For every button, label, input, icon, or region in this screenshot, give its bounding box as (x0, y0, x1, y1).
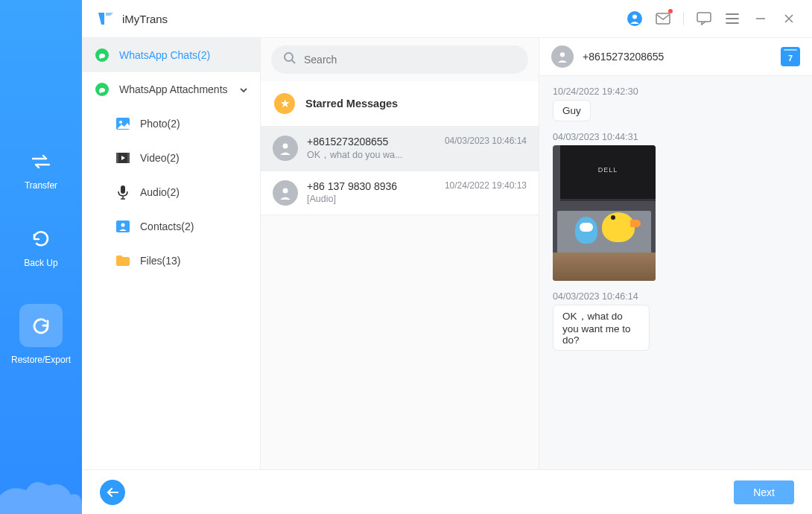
chat-list-panel: ★ Starred Messages +8615273208655 OK，wha… (261, 38, 539, 469)
message-timestamp: 10/24/2022 19:42:30 (553, 86, 799, 97)
svg-point-16 (283, 188, 288, 194)
svg-rect-11 (121, 185, 125, 194)
avatar (273, 136, 298, 161)
chat-preview: OK，what do you wa... (307, 149, 436, 162)
footer: Next (82, 469, 812, 514)
restore-icon (28, 313, 54, 338)
svg-point-14 (285, 53, 293, 61)
files-icon (115, 253, 131, 269)
audio-icon (115, 184, 131, 200)
svg-point-15 (283, 144, 288, 149)
star-icon: ★ (274, 93, 295, 114)
svg-point-17 (560, 52, 565, 57)
calendar-button[interactable]: 7 (781, 47, 800, 66)
nav-transfer[interactable]: Transfer (25, 149, 57, 191)
main-area: iMyTrans (82, 0, 812, 514)
svg-rect-2 (656, 13, 670, 24)
cat-video[interactable]: Video(2) (82, 141, 260, 175)
cat-label: Photo(2) (140, 118, 180, 130)
conversation-panel: +8615273208655 7 10/24/2022 19:42:30 Guy… (539, 38, 812, 469)
video-icon (115, 150, 131, 166)
starred-label: Starred Messages (305, 98, 398, 110)
nav-restore[interactable]: Restore/Export (11, 304, 71, 365)
message-image[interactable]: DELL (553, 145, 656, 281)
minimize-button[interactable] (752, 10, 769, 27)
nav-backup-label: Back Up (24, 258, 57, 268)
message-timestamp: 04/03/2023 10:46:14 (553, 291, 799, 302)
photo-icon (115, 115, 131, 132)
contacts-icon (115, 218, 131, 235)
conversation-title: +8615273208655 (583, 51, 772, 63)
nav-backup[interactable]: Back Up (24, 226, 57, 268)
cat-label: WhatsApp Chats(2) (119, 49, 210, 61)
search-input[interactable] (304, 54, 516, 66)
app-title: iMyTrans (122, 13, 168, 25)
chat-item-0[interactable]: +8615273208655 OK，what do you wa... 04/0… (261, 127, 539, 171)
avatar (273, 180, 298, 206)
cat-files[interactable]: Files(13) (82, 244, 260, 278)
close-button[interactable] (781, 10, 797, 27)
message-timestamp: 04/03/2023 10:44:31 (553, 132, 799, 142)
cat-label: WhatsApp Attachments (119, 83, 228, 95)
message-text: Guy (553, 100, 591, 121)
message-text: OK，what do you want me to do? (553, 305, 650, 351)
feedback-icon[interactable] (696, 10, 712, 27)
svg-point-1 (632, 15, 637, 19)
avatar (551, 45, 574, 68)
envelope-icon[interactable] (655, 10, 671, 27)
nav-sidebar: Transfer Back Up Restore/Export (0, 0, 82, 514)
search-icon (283, 51, 296, 68)
titlebar: iMyTrans (82, 0, 812, 37)
cat-whatsapp-chats[interactable]: WhatsApp Chats(2) (82, 38, 260, 72)
nav-restore-label: Restore/Export (11, 355, 71, 365)
category-panel: WhatsApp Chats(2) WhatsApp Attachments (82, 38, 261, 469)
chat-time: 10/24/2022 19:40:13 (445, 180, 527, 206)
divider (683, 12, 684, 25)
cat-contacts[interactable]: Contacts(2) (82, 209, 260, 244)
calendar-day: 7 (788, 54, 793, 63)
cloud-decoration (0, 469, 82, 514)
chevron-down-icon (239, 83, 248, 95)
nav-transfer-label: Transfer (25, 180, 57, 191)
transfer-icon (28, 149, 54, 174)
svg-rect-9 (116, 153, 118, 163)
svg-point-7 (119, 121, 122, 124)
body: WhatsApp Chats(2) WhatsApp Attachments (82, 37, 812, 469)
cat-audio[interactable]: Audio(2) (82, 175, 260, 209)
conversation-header: +8615273208655 7 (539, 38, 812, 76)
back-button[interactable] (100, 480, 125, 505)
cat-label: Files(13) (140, 255, 180, 267)
svg-rect-10 (127, 153, 130, 163)
next-button[interactable]: Next (734, 480, 794, 504)
svg-point-13 (121, 223, 125, 227)
app-logo (97, 10, 115, 28)
cat-photo[interactable]: Photo(2) (82, 107, 260, 141)
starred-messages[interactable]: ★ Starred Messages (261, 81, 539, 127)
cat-label: Contacts(2) (140, 220, 194, 232)
svg-rect-3 (697, 13, 711, 22)
user-icon[interactable] (627, 10, 643, 27)
chat-item-1[interactable]: +86 137 9830 8936 [Audio] 10/24/2022 19:… (261, 171, 539, 215)
whatsapp-icon (94, 81, 110, 98)
cat-label: Video(2) (140, 152, 180, 164)
whatsapp-icon (94, 47, 110, 63)
cat-label: Audio(2) (140, 186, 180, 198)
conversation-body[interactable]: 10/24/2022 19:42:30 Guy 04/03/2023 10:44… (539, 76, 812, 469)
backup-icon (28, 226, 54, 252)
menu-icon[interactable] (724, 10, 740, 27)
search-box[interactable] (271, 45, 528, 74)
chat-time: 04/03/2023 10:46:14 (445, 136, 527, 162)
chat-name: +86 137 9830 8936 (307, 180, 436, 192)
cat-whatsapp-attachments[interactable]: WhatsApp Attachments (82, 72, 260, 107)
chat-preview: [Audio] (307, 194, 436, 204)
chat-name: +8615273208655 (307, 136, 436, 147)
